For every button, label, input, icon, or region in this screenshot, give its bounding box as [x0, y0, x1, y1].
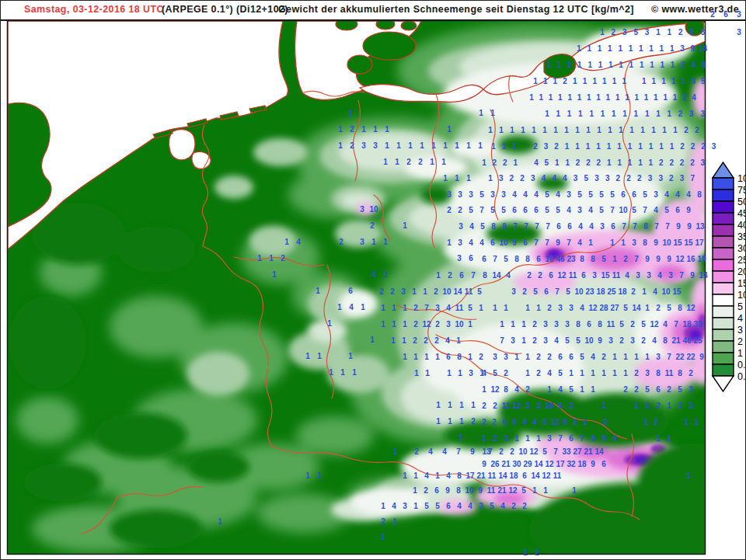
snow-value: 1: [500, 320, 504, 329]
snow-value: 4: [692, 93, 696, 102]
snow-value: 2: [667, 385, 671, 394]
snow-value: 1: [644, 93, 649, 102]
snow-value: 1: [610, 238, 615, 247]
snow-value: 1: [628, 142, 633, 151]
snow-value: 8: [525, 255, 530, 263]
snow-value: 2: [448, 271, 452, 280]
snow-value: 1: [348, 352, 353, 360]
snow-value: 5: [610, 190, 615, 199]
snow-value: 1: [413, 502, 418, 510]
snow-value: 1: [402, 336, 406, 345]
snow-value: 1: [656, 110, 661, 118]
colorbar-box: [713, 201, 734, 213]
snow-value: 1: [587, 44, 592, 53]
snow-value: 5: [477, 287, 482, 296]
snow-value: 1: [619, 126, 623, 134]
snow-value: 7: [665, 222, 670, 231]
snow-value: 2: [603, 418, 608, 426]
snow-value: 2: [710, 10, 715, 19]
snow-value: 5: [569, 385, 573, 394]
snow-value: 6: [536, 255, 541, 263]
snow-value: 2: [535, 548, 539, 557]
snow-value: 15: [684, 238, 693, 247]
snow-value: 2: [390, 287, 395, 296]
snow-value: 1: [371, 238, 376, 246]
snow-value: 2: [434, 336, 439, 345]
snow-value: 2: [623, 255, 628, 263]
snow-value: 4: [469, 222, 474, 231]
colorbar-label: 45: [737, 208, 745, 219]
funen-island: [347, 55, 372, 74]
snow-value: 11: [612, 271, 621, 280]
snow-value: 2: [458, 206, 462, 214]
snow-value: 6: [502, 418, 507, 426]
snow-value: 4: [664, 190, 669, 199]
snow-value: 12: [508, 486, 518, 495]
snow-value: 1: [447, 369, 451, 377]
snow-value: 2: [520, 174, 525, 183]
snow-value: 1: [525, 434, 530, 443]
snow-value: 1: [629, 126, 634, 134]
snow-value: 1: [612, 353, 617, 361]
snow-value: 2: [626, 174, 631, 183]
snow-value: 8: [643, 238, 647, 247]
snow-value: 6: [611, 222, 615, 231]
snow-value: 10: [574, 287, 584, 296]
snow-value: 3: [544, 142, 549, 151]
zealand-island: [363, 32, 416, 60]
snow-value: 6: [549, 271, 553, 280]
snow-value: 3: [469, 369, 473, 377]
snow-value: 4: [468, 502, 472, 510]
snow-value: 1: [565, 142, 570, 151]
snow-value: 8: [678, 369, 682, 377]
snow-value: 3: [373, 141, 378, 150]
snow-value: 1: [315, 287, 320, 295]
snow-value: 10: [499, 238, 508, 247]
snow-value: 9: [478, 486, 483, 495]
snow-value: 7: [545, 238, 549, 247]
snow-value: 3: [689, 110, 694, 118]
snow-value: 1: [564, 126, 569, 134]
snow-value: 2: [536, 353, 541, 361]
snow-value: 1: [338, 125, 343, 134]
snow-value: 33: [562, 447, 571, 456]
snow-value: 1: [592, 77, 597, 85]
snow-value: 1: [663, 93, 668, 102]
snow-value: 3: [504, 434, 508, 443]
snow-value: 3: [647, 271, 651, 280]
snow-value: 1: [272, 270, 277, 279]
colorbar-box: [713, 248, 734, 259]
snow-value: 2: [532, 320, 537, 329]
snow-value: 4: [589, 222, 594, 231]
snow-value: 2: [510, 174, 514, 183]
snow-value: 2: [656, 402, 661, 410]
snow-value: 2: [479, 353, 483, 361]
snow-value: 1: [553, 77, 558, 85]
snow-value: 8: [591, 255, 595, 263]
snow-map: 1235311253111111111139141111111111111248…: [1, 1, 745, 559]
snow-value: 1: [591, 385, 595, 394]
snow-value: 1: [305, 352, 310, 360]
snow-value: 5: [689, 28, 694, 37]
snow-value: 2: [522, 287, 527, 296]
snow-value: 4: [580, 304, 584, 312]
snow-value: 1: [651, 126, 656, 134]
snow-value: 8: [491, 222, 496, 231]
snow-value: 1: [471, 401, 476, 409]
snow-value: 1: [523, 548, 528, 557]
snow-value: 7: [535, 222, 539, 231]
snow-value: 5: [542, 418, 547, 426]
snow-value: 3: [569, 304, 573, 312]
snow-value: 11: [455, 304, 464, 312]
snow-value: 17: [695, 238, 704, 247]
snow-value: 9: [601, 434, 606, 443]
colorbar-box: [713, 294, 734, 306]
snow-value: 1: [448, 401, 452, 409]
snow-value: 4: [654, 206, 658, 214]
snow-value: 1: [671, 61, 675, 69]
snow-value: 14: [531, 471, 540, 480]
snow-value: 1: [352, 368, 357, 377]
snow-value: 1: [650, 61, 654, 69]
snow-value: 2: [482, 418, 486, 426]
snow-value: 3: [403, 502, 407, 510]
